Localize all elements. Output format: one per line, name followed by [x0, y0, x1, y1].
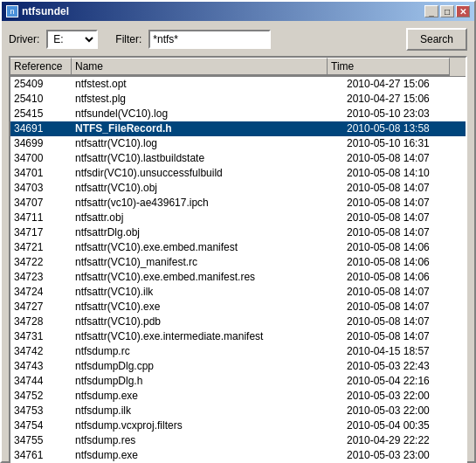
col-header-time: Time	[328, 58, 450, 76]
cell-name: ntfsattr(VC10).lastbuildstate	[72, 151, 343, 165]
table-row[interactable]: 34700ntfsattr(VC10).lastbuildstate2010-0…	[10, 151, 466, 166]
cell-reference: 34701	[10, 166, 72, 180]
cell-time: 2010-05-04 00:35	[343, 418, 466, 432]
cell-name: ntfsattr(VC10)_manifest.rc	[72, 255, 343, 269]
table-row[interactable]: 34724ntfsattr(VC10).ilk2010-05-08 14:07	[10, 285, 466, 300]
driver-combo[interactable]: E: C: D: F:	[46, 30, 98, 49]
cell-name: ntfsdump.exe	[72, 389, 343, 403]
cell-reference: 34728	[10, 314, 72, 328]
table-row[interactable]: 34723ntfsattr(VC10).exe.embed.manifest.r…	[10, 270, 466, 285]
cell-time: 2010-05-08 14:06	[343, 270, 466, 284]
cell-time: 2010-05-08 14:07	[343, 151, 466, 165]
table-row[interactable]: 34754ntfsdump.vcxproj.filters2010-05-04 …	[10, 418, 466, 433]
cell-reference: 34722	[10, 255, 72, 269]
window-title: ntfsundel	[22, 5, 69, 17]
cell-name: ntfsattr(VC10).exe.embed.manifest.res	[72, 270, 343, 284]
table-row[interactable]: 34717ntfsattrDlg.obj2010-05-08 14:07	[10, 225, 466, 240]
close-button[interactable]: ✕	[456, 5, 470, 17]
cell-reference: 34691	[10, 121, 72, 135]
maximize-button[interactable]: □	[440, 5, 454, 17]
table-row[interactable]: 34742ntfsdump.rc2010-04-15 18:57	[10, 344, 466, 359]
cell-time: 2010-04-27 15:06	[343, 77, 466, 91]
filter-input[interactable]	[148, 30, 271, 49]
table-row[interactable]: 34753ntfsdump.ilk2010-05-03 22:00	[10, 404, 466, 418]
cell-time: 2010-05-10 16:31	[343, 136, 466, 150]
cell-name: ntfsdump.rc	[72, 344, 343, 358]
cell-name: NTFS_FileRecord.h	[72, 121, 343, 135]
table-row[interactable]: 34761ntfsdump.exe2010-05-03 23:00	[10, 448, 466, 463]
cell-name: ntfsdump.vcxproj.filters	[72, 418, 343, 432]
cell-reference: 34761	[10, 448, 72, 462]
title-bar: n ntfsundel _ □ ✕	[2, 2, 474, 21]
cell-name: ntfstest.plg	[72, 92, 343, 106]
cell-name: ntfsattr(VC10).ilk	[72, 285, 343, 299]
cell-time: 2010-05-03 22:43	[343, 359, 466, 373]
table-row[interactable]: 34743ntfsdumpDlg.cpp2010-05-03 22:43	[10, 359, 466, 374]
cell-reference: 34707	[10, 196, 72, 210]
cell-time: 2010-05-03 22:00	[343, 389, 466, 403]
driver-select[interactable]: E: C: D: F:	[48, 31, 96, 47]
cell-name: ntfsattr(VC10).exe.intermediate.manifest	[72, 329, 343, 343]
cell-time: 2010-05-08 14:07	[343, 300, 466, 314]
cell-name: ntfsdumpDlg.cpp	[72, 359, 343, 373]
cell-time: 2010-05-10 23:03	[343, 107, 466, 121]
cell-reference: 34755	[10, 433, 72, 447]
table-row[interactable]: 25415ntfsundel(VC10).log2010-05-10 23:03	[10, 107, 466, 121]
cell-time: 2010-05-08 14:07	[343, 181, 466, 195]
table-row[interactable]: 34701ntfsdir(VC10).unsuccessfulbuild2010…	[10, 166, 466, 181]
cell-reference: 34700	[10, 151, 72, 165]
cell-reference: 34699	[10, 136, 72, 150]
table-row[interactable]: 34744ntfsdumpDlg.h2010-05-04 22:16	[10, 374, 466, 389]
search-button[interactable]: Search	[406, 28, 467, 51]
cell-name: ntfstest.opt	[72, 77, 343, 91]
table-row[interactable]: 34755ntfsdump.res2010-04-29 22:22	[10, 433, 466, 448]
table-row[interactable]: 34731ntfsattr(VC10).exe.intermediate.man…	[10, 329, 466, 344]
cell-name: ntfsdir(VC10).unsuccessfulbuild	[72, 166, 343, 180]
cell-name: ntfsdump.res	[72, 433, 343, 447]
cell-reference: 34752	[10, 389, 72, 403]
cell-reference: 34717	[10, 225, 72, 239]
window-icon: n	[6, 5, 18, 17]
file-table: Reference Name Time 25409ntfstest.opt201…	[9, 56, 467, 463]
table-row[interactable]: 34703ntfsattr(VC10).obj2010-05-08 14:07	[10, 181, 466, 196]
minimize-button[interactable]: _	[424, 5, 438, 17]
cell-reference: 34703	[10, 181, 72, 195]
table-row[interactable]: 34752ntfsdump.exe2010-05-03 22:00	[10, 389, 466, 404]
title-buttons: _ □ ✕	[424, 5, 470, 17]
cell-reference: 34742	[10, 344, 72, 358]
cell-name: ntfsdump.exe	[72, 448, 343, 462]
cell-reference: 34723	[10, 270, 72, 284]
cell-reference: 25410	[10, 92, 72, 106]
cell-name: ntfsattr(VC10).log	[72, 136, 343, 150]
cell-name: ntfsattrDlg.obj	[72, 225, 343, 239]
cell-reference: 25415	[10, 107, 72, 121]
cell-time: 2010-05-08 14:06	[343, 255, 466, 269]
cell-time: 2010-05-08 14:10	[343, 166, 466, 180]
cell-name: ntfsattr(vc10)-ae439617.ipch	[72, 196, 343, 210]
table-row[interactable]: 34728ntfsattr(VC10).pdb2010-05-08 14:07	[10, 314, 466, 329]
title-bar-left: n ntfsundel	[6, 5, 69, 17]
cell-reference: 34744	[10, 374, 72, 388]
cell-reference: 34727	[10, 300, 72, 314]
table-row[interactable]: 34711ntfsattr.obj2010-05-08 14:07	[10, 211, 466, 225]
table-row[interactable]: 34722ntfsattr(VC10)_manifest.rc2010-05-0…	[10, 255, 466, 270]
table-body[interactable]: 25409ntfstest.opt2010-04-27 15:0625410nt…	[10, 77, 466, 463]
cell-name: ntfsattr(VC10).pdb	[72, 314, 343, 328]
cell-name: ntfsundel(VC10).log	[72, 107, 343, 121]
table-row[interactable]: 34727ntfsattr(VC10).exe2010-05-08 14:07	[10, 300, 466, 314]
table-row[interactable]: 34707ntfsattr(vc10)-ae439617.ipch2010-05…	[10, 196, 466, 211]
driver-label: Driver:	[9, 33, 39, 45]
cell-name: ntfsattr(VC10).obj	[72, 181, 343, 195]
table-row[interactable]: 34721ntfsattr(VC10).exe.embed.manifest20…	[10, 240, 466, 255]
cell-time: 2010-05-08 14:07	[343, 314, 466, 328]
table-row[interactable]: 34699ntfsattr(VC10).log2010-05-10 16:31	[10, 136, 466, 151]
cell-name: ntfsdump.ilk	[72, 404, 343, 418]
table-row[interactable]: 34691NTFS_FileRecord.h2010-05-08 13:58	[10, 121, 466, 136]
cell-reference: 34721	[10, 240, 72, 254]
cell-time: 2010-05-03 23:00	[343, 448, 466, 462]
table-row[interactable]: 25410ntfstest.plg2010-04-27 15:06	[10, 92, 466, 107]
table-row[interactable]: 25409ntfstest.opt2010-04-27 15:06	[10, 77, 466, 92]
cell-time: 2010-05-08 14:06	[343, 240, 466, 254]
cell-time: 2010-05-08 14:07	[343, 196, 466, 210]
cell-name: ntfsattr(VC10).exe	[72, 300, 343, 314]
